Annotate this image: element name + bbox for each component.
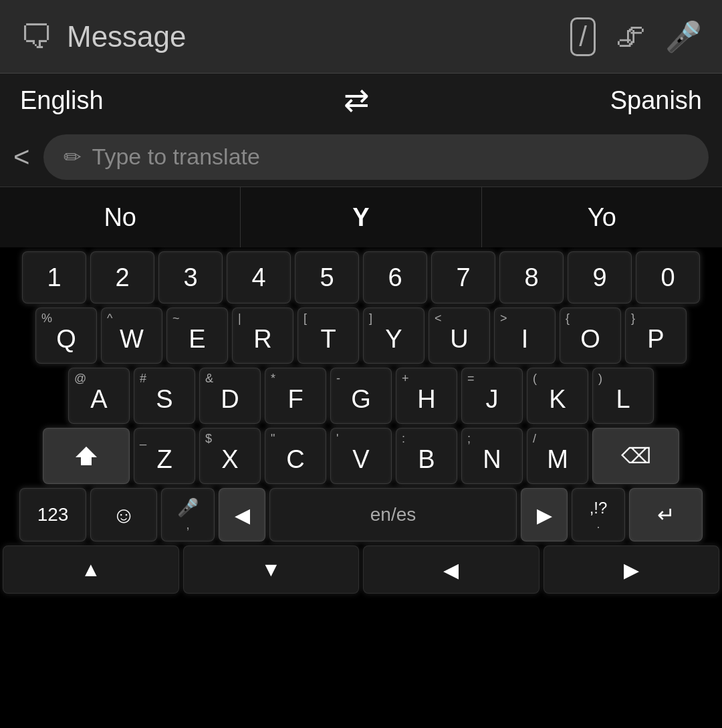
key-8[interactable]: 8 [499,251,564,304]
key-e[interactable]: ~E [166,308,228,364]
key-q[interactable]: %Q [35,308,97,364]
key-s[interactable]: #S [134,368,195,424]
zxcv-row: _Z $X "C 'V :B ;N /M ⌫ [3,428,719,484]
suggestion-yo[interactable]: Yo [482,187,722,247]
key-b[interactable]: :B [396,428,457,484]
nav-left[interactable]: ◀ [363,545,539,594]
key-p[interactable]: }P [625,308,687,364]
key-v[interactable]: 'V [330,428,392,484]
key-space-right-arrow[interactable]: ▶ [521,488,568,541]
key-1[interactable]: 1 [22,251,86,304]
key-t[interactable]: [T [297,308,359,364]
keyboard: 1 2 3 4 5 6 7 8 9 0 %Q ^W ~E |R [T ]Y <U… [0,247,722,596]
key-y[interactable]: ]Y [363,308,425,364]
top-bar-action-icons: / 🖇 🎤 [570,17,702,56]
qwerty-row: %Q ^W ~E |R [T ]Y <U >I {O }P [3,308,719,364]
top-bar: 🗨 Message / 🖇 🎤 [0,0,722,74]
key-4[interactable]: 4 [227,251,291,304]
pencil-icon: ✏ [64,144,82,170]
source-language-label[interactable]: English [20,86,104,115]
key-u[interactable]: <U [429,308,490,364]
slash-command-icon[interactable]: / [570,17,596,56]
backspace-key[interactable]: ⌫ [592,428,679,484]
key-r[interactable]: |R [232,308,293,364]
translate-placeholder: Type to translate [92,144,260,170]
suggestions-row: No Y Yo [0,187,722,247]
emoji-keyboard-icon[interactable]: 🗨 [20,17,53,56]
key-z[interactable]: _Z [134,428,195,484]
key-g[interactable]: -G [330,368,392,424]
navigation-row: ▲ ▼ ◀ ▶ [3,545,719,594]
svg-marker-0 [76,447,97,465]
key-emoji[interactable]: ☺ [90,488,157,541]
key-123[interactable]: 123 [19,488,86,541]
target-language-label[interactable]: Spanish [610,86,702,115]
translate-input-row: < ✏ Type to translate [0,127,722,187]
suggestion-y[interactable]: Y [241,187,481,247]
key-space[interactable]: en/es [269,488,517,541]
key-enter[interactable]: ↵ [629,488,703,541]
suggestion-no[interactable]: No [0,187,241,247]
key-h[interactable]: +H [396,368,457,424]
key-space-left-arrow[interactable]: ◀ [219,488,265,541]
swap-languages-icon[interactable]: ⇄ [344,82,370,118]
key-l[interactable]: )L [592,368,654,424]
mic-icon[interactable]: 🎤 [665,19,702,54]
key-0[interactable]: 0 [636,251,700,304]
key-x[interactable]: $X [199,428,261,484]
key-w[interactable]: ^W [101,308,162,364]
key-n[interactable]: ;N [461,428,523,484]
number-row: 1 2 3 4 5 6 7 8 9 0 [3,251,719,304]
key-i[interactable]: >I [494,308,556,364]
key-7[interactable]: 7 [431,251,495,304]
key-mic-bottom[interactable]: 🎤 , [161,488,215,541]
key-3[interactable]: 3 [158,251,223,304]
paperclip-icon[interactable]: 🖇 [616,20,645,53]
key-9[interactable]: 9 [568,251,632,304]
bottom-row: 123 ☺ 🎤 , ◀ en/es ▶ ,!? . ↵ [3,488,719,541]
key-punctuation[interactable]: ,!? . [572,488,625,541]
key-5[interactable]: 5 [295,251,359,304]
nav-up[interactable]: ▲ [3,545,179,594]
nav-down[interactable]: ▼ [183,545,360,594]
nav-right[interactable]: ▶ [544,545,720,594]
key-k[interactable]: (K [527,368,588,424]
key-m[interactable]: /M [527,428,588,484]
asdf-row: @A #S &D *F -G +H =J (K )L [3,368,719,424]
key-2[interactable]: 2 [90,251,154,304]
key-f[interactable]: *F [265,368,326,424]
key-a[interactable]: @A [68,368,130,424]
translate-input-box[interactable]: ✏ Type to translate [43,134,709,180]
back-button[interactable]: < [13,141,30,173]
key-j[interactable]: =J [461,368,523,424]
top-bar-title: Message [67,20,557,53]
translation-bar: English ⇄ Spanish [0,74,722,127]
shift-key[interactable] [43,428,130,484]
key-c[interactable]: "C [265,428,326,484]
key-d[interactable]: &D [199,368,261,424]
key-6[interactable]: 6 [363,251,427,304]
key-o[interactable]: {O [560,308,621,364]
